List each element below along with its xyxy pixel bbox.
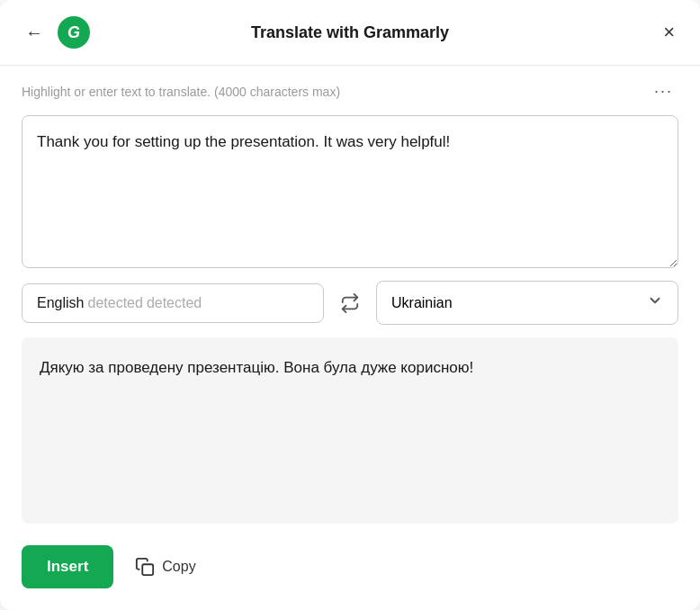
more-dots-icon: ··· bbox=[654, 82, 673, 101]
more-options-button[interactable]: ··· bbox=[649, 80, 678, 103]
copy-icon bbox=[135, 557, 155, 577]
header: ← G Translate with Grammarly × bbox=[0, 0, 700, 66]
source-detected-text: detected bbox=[147, 295, 202, 311]
grammarly-logo: G bbox=[58, 16, 90, 49]
source-text-input[interactable] bbox=[22, 115, 678, 268]
footer: Insert Copy bbox=[0, 545, 700, 610]
close-icon: × bbox=[663, 21, 675, 44]
translation-output: Дякую за проведену презентацію. Вона бул… bbox=[22, 337, 678, 524]
hint-row: Highlight or enter text to translate. (4… bbox=[22, 80, 678, 103]
source-language-display: English detected detected bbox=[22, 283, 324, 323]
copy-button[interactable]: Copy bbox=[128, 548, 202, 586]
close-button[interactable]: × bbox=[660, 17, 678, 48]
translated-text: Дякую за проведену презентацію. Вона бул… bbox=[40, 359, 473, 376]
source-language-name: English bbox=[37, 295, 84, 311]
chevron-down-icon bbox=[647, 292, 663, 313]
back-button[interactable]: ← bbox=[22, 19, 47, 47]
translate-panel: ← G Translate with Grammarly × Highlight… bbox=[0, 0, 700, 610]
hint-text: Highlight or enter text to translate. (4… bbox=[22, 85, 340, 99]
svg-rect-0 bbox=[143, 564, 154, 575]
insert-button[interactable]: Insert bbox=[22, 545, 113, 588]
page-title: Translate with Grammarly bbox=[251, 23, 449, 42]
swap-icon bbox=[340, 293, 360, 313]
copy-label: Copy bbox=[162, 559, 195, 575]
back-icon: ← bbox=[25, 22, 43, 43]
header-left: ← G bbox=[22, 16, 90, 49]
language-selector-row: English detected detected Ukrainian bbox=[22, 281, 678, 325]
body: Highlight or enter text to translate. (4… bbox=[0, 66, 700, 545]
swap-languages-button[interactable] bbox=[335, 288, 365, 318]
target-language-name: Ukrainian bbox=[391, 295, 453, 311]
target-language-selector[interactable]: Ukrainian bbox=[376, 281, 678, 325]
source-detected-label: detected bbox=[87, 295, 142, 311]
